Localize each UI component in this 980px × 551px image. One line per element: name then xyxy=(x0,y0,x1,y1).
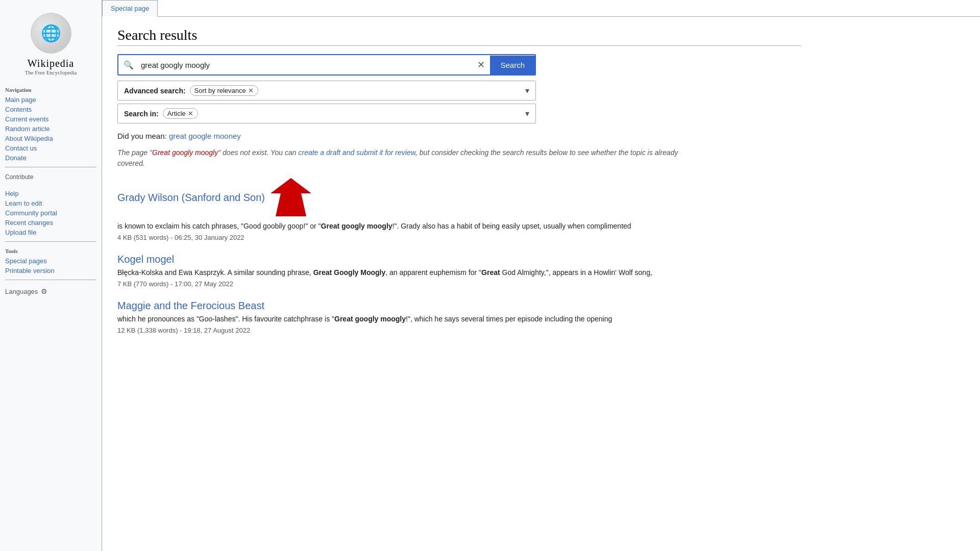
search-in-row: Search in: Article ✕ ▾ xyxy=(117,104,536,123)
result-link[interactable]: Maggie and the Ferocious Beast xyxy=(117,300,264,311)
result-title: Maggie and the Ferocious Beast xyxy=(117,300,801,312)
result-item: Grady Wilson (Sanford and Son) is known … xyxy=(117,178,801,241)
result-title: Kogel mogel xyxy=(117,254,801,265)
tools-section: Tools Special pages Printable version xyxy=(0,248,102,276)
sort-by-relevance-tag[interactable]: Sort by relevance ✕ xyxy=(190,85,258,96)
result-meta: 12 KB (1,338 words) - 19:18, 27 August 2… xyxy=(117,327,801,334)
sort-tag-close[interactable]: ✕ xyxy=(248,87,254,94)
advanced-search-row: Advanced search: Sort by relevance ✕ ▾ xyxy=(117,81,536,101)
languages-row: Languages ⚙ xyxy=(0,284,102,299)
search-in-chevron[interactable]: ▾ xyxy=(525,109,529,118)
result-link[interactable]: Kogel mogel xyxy=(117,254,174,265)
sidebar-divider-3 xyxy=(5,280,96,280)
page-title: Search results xyxy=(117,27,801,46)
search-clear-button[interactable]: ✕ xyxy=(472,55,490,74)
article-filter-tag[interactable]: Article ✕ xyxy=(163,108,198,119)
article-tag-close[interactable]: ✕ xyxy=(188,110,193,117)
main-content: Special page Search results 🔍 ✕ Search A… xyxy=(102,0,980,551)
result-snippet: Błęcka-Kolska and Ewa Kasprzyk. A simila… xyxy=(117,267,801,278)
sidebar-divider-2 xyxy=(5,241,96,242)
sidebar-item-contents[interactable]: Contents xyxy=(5,105,96,114)
tools-title: Tools xyxy=(5,248,96,254)
sidebar: 🌐 Wikipedia The Free Encyclopedia Naviga… xyxy=(0,0,102,551)
sidebar-item-current-events[interactable]: Current events xyxy=(5,114,96,124)
sidebar-item-community-portal[interactable]: Community portal xyxy=(5,208,96,218)
did-you-mean-suggestion[interactable]: great google mooney xyxy=(169,132,241,140)
sidebar-item-random-article[interactable]: Random article xyxy=(5,124,96,134)
search-in-label: Search in: xyxy=(124,110,159,118)
result-title: Grady Wilson (Sanford and Son) xyxy=(117,178,801,219)
result-link[interactable]: Grady Wilson (Sanford and Son) xyxy=(117,192,265,203)
contribute-title: Contribute xyxy=(0,171,102,183)
warning-page-name: Great googly moogly xyxy=(152,148,218,157)
svg-marker-0 xyxy=(271,178,311,216)
nav-title: Navigation xyxy=(5,87,96,93)
sidebar-divider-1 xyxy=(5,167,96,167)
contribute-section: Help Learn to edit Community portal Rece… xyxy=(0,189,102,237)
sidebar-item-contact[interactable]: Contact us xyxy=(5,143,96,153)
content-area: Search results 🔍 ✕ Search Advanced searc… xyxy=(102,17,817,357)
advanced-search-label: Advanced search: xyxy=(124,87,186,95)
sidebar-item-upload-file[interactable]: Upload file xyxy=(5,228,96,237)
did-you-mean: Did you mean: great google mooney xyxy=(117,132,801,140)
sidebar-item-donate[interactable]: Donate xyxy=(5,153,96,163)
search-box[interactable]: 🔍 ✕ Search xyxy=(117,54,536,76)
sidebar-item-main-page[interactable]: Main page xyxy=(5,95,96,105)
site-tagline: The Free Encyclopedia xyxy=(5,69,96,76)
sidebar-item-recent-changes[interactable]: Recent changes xyxy=(5,218,96,228)
languages-label: Languages xyxy=(5,288,38,295)
sidebar-item-special-pages[interactable]: Special pages xyxy=(5,256,96,266)
tab-special-page[interactable]: Special page xyxy=(102,0,158,17)
red-arrow-annotation xyxy=(271,178,311,216)
result-item: Maggie and the Ferocious Beast which he … xyxy=(117,300,801,334)
article-tag-label: Article xyxy=(167,110,186,117)
sort-tag-label: Sort by relevance xyxy=(194,87,246,94)
nav-section: Navigation Main page Contents Current ev… xyxy=(0,87,102,163)
tabs-bar: Special page xyxy=(102,0,980,17)
sidebar-item-about[interactable]: About Wikipedia xyxy=(5,134,96,143)
warning-create-link[interactable]: create a draft and submit it for review xyxy=(298,148,415,157)
result-snippet: which he pronounces as "Goo-lashes". His… xyxy=(117,314,801,324)
result-snippet: is known to exclaim his catch phrases, "… xyxy=(117,221,801,232)
sidebar-item-help[interactable]: Help xyxy=(5,189,96,198)
site-name: Wikipedia xyxy=(5,58,96,69)
sidebar-item-learn-to-edit[interactable]: Learn to edit xyxy=(5,198,96,208)
wikipedia-logo: 🌐 xyxy=(31,13,71,54)
advanced-search-chevron[interactable]: ▾ xyxy=(525,86,529,95)
result-item: Kogel mogel Błęcka-Kolska and Ewa Kasprz… xyxy=(117,254,801,288)
warning-prefix: The page " xyxy=(117,148,152,157)
did-you-mean-prefix: Did you mean: xyxy=(117,132,167,140)
result-meta: 4 KB (531 words) - 06:25, 30 January 202… xyxy=(117,234,801,241)
gear-icon[interactable]: ⚙ xyxy=(41,287,47,296)
result-meta: 7 KB (770 words) - 17:00, 27 May 2022 xyxy=(117,280,801,288)
logo-section: 🌐 Wikipedia The Free Encyclopedia xyxy=(0,5,102,81)
search-button[interactable]: Search xyxy=(490,56,535,74)
search-icon: 🔍 xyxy=(118,56,139,74)
warning-middle: " does not exist. You can xyxy=(218,148,298,157)
search-input[interactable] xyxy=(139,57,472,73)
sidebar-item-printable-version[interactable]: Printable version xyxy=(5,266,96,276)
warning-text: The page "Great googly moogly" does not … xyxy=(117,147,704,169)
